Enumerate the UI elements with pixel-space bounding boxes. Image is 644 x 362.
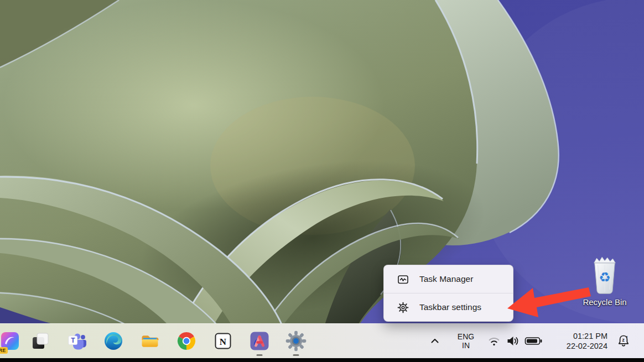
taskbar: PRE <box>0 323 644 358</box>
screenshot-bottom-strip <box>0 358 644 362</box>
recycle-bin-label: Recycle Bin <box>581 297 629 307</box>
bell-dnd-icon: z z <box>615 333 632 349</box>
clock-time: 01:21 PM <box>573 331 607 341</box>
task-manager-icon <box>397 274 409 285</box>
tray-clock[interactable]: 01:21 PM 22-02-2024 <box>549 331 607 351</box>
taskbar-app-chrome[interactable] <box>168 324 205 358</box>
copilot-preview-badge: PRE <box>0 347 8 354</box>
task-view-icon <box>30 331 50 351</box>
menu-item-task-manager[interactable]: Task Manager <box>384 265 513 293</box>
system-tray: ENG IN <box>423 324 644 358</box>
taskbar-app-row: T <box>22 324 314 358</box>
menu-item-taskbar-settings[interactable]: Taskbar settings <box>384 293 513 321</box>
edge-icon <box>103 330 124 351</box>
taskbar-app-edge[interactable] <box>95 324 132 358</box>
chevron-up-icon <box>427 333 443 349</box>
taskbar-app-settings[interactable] <box>278 324 314 358</box>
bell-z-glyph: z <box>622 337 624 343</box>
battery-icon <box>524 334 543 348</box>
tray-language-switcher[interactable]: ENG IN <box>453 332 479 350</box>
file-explorer-icon <box>139 330 160 351</box>
menu-item-label: Taskbar settings <box>419 302 481 312</box>
bell-z-small-glyph: z <box>626 335 628 338</box>
menu-item-label: Task Manager <box>419 274 473 284</box>
recycle-bin-icon: ♻ <box>590 255 620 297</box>
gear-icon <box>397 302 409 313</box>
clock-date: 22-02-2024 <box>567 341 607 351</box>
running-indicator <box>257 354 263 356</box>
tray-battery[interactable] <box>524 334 543 348</box>
chrome-icon <box>176 330 197 351</box>
recycle-bin-shortcut[interactable]: ♻ Recycle Bin <box>581 255 629 307</box>
taskbar-app-task-view[interactable] <box>22 324 59 358</box>
settings-gear-icon <box>285 330 307 352</box>
desktop-wallpaper <box>0 0 644 362</box>
speaker-icon <box>506 334 521 348</box>
tray-notifications[interactable]: z z <box>615 333 632 349</box>
teams-t-glyph: T <box>71 337 75 344</box>
taskbar-app-a-app[interactable] <box>241 324 278 358</box>
taskbar-app-teams[interactable]: T <box>59 324 95 358</box>
tray-volume[interactable] <box>506 334 521 348</box>
tray-show-hidden-icons[interactable] <box>427 333 443 349</box>
running-indicator <box>293 354 299 356</box>
taskbar-app-file-explorer[interactable] <box>132 324 168 358</box>
a-app-icon <box>249 330 270 351</box>
desktop-screen: ♻ Recycle Bin Task Manager <box>0 0 644 362</box>
language-line2: IN <box>462 341 470 350</box>
teams-icon: T <box>66 330 87 351</box>
tray-network[interactable] <box>487 334 501 348</box>
wifi-icon <box>487 334 501 348</box>
taskbar-app-notion[interactable]: N <box>205 324 241 358</box>
recycle-symbol: ♻ <box>599 270 611 285</box>
taskbar-context-menu: Task Manager Taskbar set <box>383 265 513 322</box>
language-line1: ENG <box>458 332 474 341</box>
notion-n-glyph: N <box>220 337 227 347</box>
notion-icon: N <box>214 332 232 350</box>
